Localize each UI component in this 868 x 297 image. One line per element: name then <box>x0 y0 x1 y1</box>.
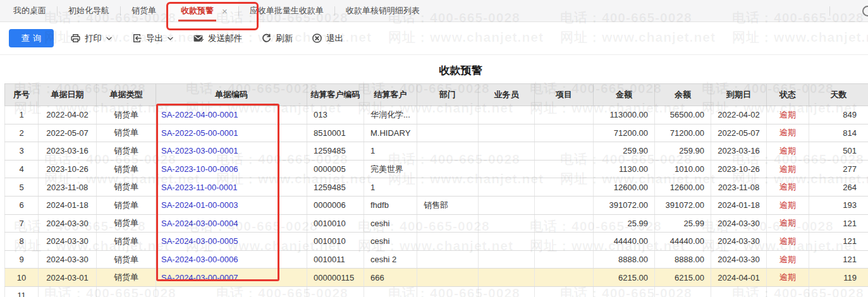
cell-doc_code: SA-2024-03-00-0007 <box>156 269 307 287</box>
table-row[interactable]: 72024-03-30销货单SA-2024-03-00-00040010010c… <box>5 214 868 233</box>
doc-code-link[interactable]: SA-2024-03-00-0007 <box>161 273 238 282</box>
close-tab-icon[interactable]: × <box>222 6 228 16</box>
cell-seq: 9 <box>5 250 39 269</box>
column-header-doc_date[interactable]: 单据日期 <box>39 84 97 106</box>
cell-doc_date: 2024-03-30 <box>39 250 97 269</box>
cell-balance: 71200.00 <box>655 124 711 142</box>
cell-salesperson <box>479 196 535 214</box>
column-header-balance[interactable]: 余额 <box>655 84 711 106</box>
cell-project <box>535 160 594 178</box>
table-row[interactable]: 11 <box>5 286 868 297</box>
refresh-button[interactable]: 刷新 <box>261 33 293 44</box>
cell-status: 逾期 <box>767 233 809 251</box>
cell-doc_date: 2023-03-16 <box>39 142 97 161</box>
doc-code-link[interactable]: SA-2023-03-00-0001 <box>161 146 238 155</box>
cell-due_date: 2022-05-07 <box>711 124 767 142</box>
table-row[interactable]: 82024-03-30销货单SA-2024-03-00-00050010010c… <box>5 233 868 251</box>
query-button[interactable]: 查询 <box>9 29 54 47</box>
tab-label: 销货单 <box>131 5 156 16</box>
cell-salesperson <box>479 269 535 287</box>
tab-receipt-writeoff-detail[interactable]: 收款单核销明细列表 <box>335 0 431 21</box>
cell-customer: 666 <box>364 269 417 287</box>
cell-project <box>535 142 594 161</box>
doc-code-link[interactable]: SA-2024-03-00-0006 <box>161 255 238 264</box>
table-row[interactable]: 22022-05-07销货单SA-2022-05-00-00018510001M… <box>5 124 868 142</box>
cell-dept <box>417 214 479 233</box>
chevron-down-icon <box>167 36 174 41</box>
tab-bar: 我的桌面初始化导航销货单收款预警×应收单批量生收款单收款单核销明细列表 <box>0 0 868 22</box>
column-header-due_date[interactable]: 到期日 <box>711 84 767 106</box>
column-header-status[interactable]: 状态 <box>767 84 809 106</box>
doc-code-link[interactable]: SA-2024-01-00-0003 <box>161 200 238 210</box>
cell-status: 逾期 <box>767 250 809 269</box>
doc-code-link[interactable]: SA-2022-05-00-0001 <box>161 128 238 138</box>
print-button[interactable]: 打印 <box>70 33 113 44</box>
cell-status: 逾期 <box>767 124 809 142</box>
column-header-project[interactable]: 项目 <box>535 84 594 106</box>
table-row[interactable]: 52023-11-08销货单SA-2023-11-00-000112594851… <box>5 178 868 197</box>
cell-doc_code: SA-2022-05-00-0001 <box>156 124 307 142</box>
cell-amount: 113000.00 <box>594 106 655 124</box>
cell-doc_code <box>156 286 307 297</box>
cell-doc_type: 销货单 <box>97 214 156 233</box>
table-row[interactable]: 32023-03-16销货单SA-2023-03-00-000112594851… <box>5 142 868 161</box>
tab-receipt-warning[interactable]: 收款预警× <box>168 0 238 21</box>
cell-doc_type: 销货单 <box>97 178 156 197</box>
cell-seq: 6 <box>5 196 39 214</box>
cell-doc_code: SA-2024-03-00-0005 <box>156 233 307 251</box>
exit-button[interactable]: 退出 <box>312 33 343 44</box>
column-header-salesperson[interactable]: 业务员 <box>479 84 535 106</box>
column-header-customer[interactable]: 结算客户 <box>364 84 417 106</box>
tab-label: 应收单批量生收款单 <box>250 5 324 16</box>
column-header-seq[interactable]: 序号 <box>5 84 39 106</box>
cell-dept <box>417 106 479 124</box>
table-row[interactable]: 12022-04-02销货单SA-2022-04-00-0001013华润化学.… <box>5 106 868 124</box>
doc-code-link[interactable]: SA-2023-10-00-0006 <box>161 164 238 174</box>
table-row[interactable]: 102024-03-01销货单SA-2024-03-00-00070000001… <box>5 269 868 287</box>
table-row[interactable]: 42023-10-26销货单SA-2023-10-00-00060000005完… <box>5 160 868 178</box>
doc-code-link[interactable]: SA-2024-03-00-0004 <box>161 219 238 228</box>
doc-code-link[interactable]: SA-2022-04-00-0001 <box>161 110 238 119</box>
cell-due_date: 2023-11-08 <box>711 178 767 197</box>
send-email-button[interactable]: 发送邮件 <box>193 33 242 44</box>
cell-customer_code: 1259485 <box>307 178 364 197</box>
column-header-days[interactable]: 天数 <box>809 84 868 106</box>
column-header-doc_type[interactable]: 单据类型 <box>97 84 156 106</box>
cell-seq: 3 <box>5 142 39 161</box>
table-row[interactable]: 92024-03-30销货单SA-2024-03-00-00060010011c… <box>5 250 868 269</box>
column-header-customer_code[interactable]: 结算客户编码 <box>307 84 364 106</box>
table-row[interactable]: 62024-01-18销货单SA-2024-01-00-00030000006f… <box>5 196 868 214</box>
cell-balance: 391072.00 <box>655 196 711 214</box>
column-header-doc_code[interactable]: 单据编码 <box>156 84 307 106</box>
cell-due_date: 2023-10-26 <box>711 160 767 178</box>
tab-my-desktop[interactable]: 我的桌面 <box>3 0 57 21</box>
tab-ar-batch-receipt[interactable]: 应收单批量生收款单 <box>239 0 334 21</box>
cell-customer_code: 0000005 <box>307 160 364 178</box>
tab-sales-order[interactable]: 销货单 <box>121 0 167 21</box>
cell-balance: 259.90 <box>655 142 711 161</box>
doc-code-link[interactable]: SA-2023-11-00-0001 <box>161 183 237 192</box>
cell-dept <box>417 160 479 178</box>
column-header-dept[interactable]: 部门 <box>417 84 479 106</box>
cell-dept <box>417 142 479 161</box>
cell-doc_date: 2024-01-18 <box>39 196 97 214</box>
doc-code-link[interactable]: SA-2024-03-00-0005 <box>161 236 238 246</box>
search-icon[interactable] <box>862 6 868 16</box>
cell-doc_type: 销货单 <box>97 124 156 142</box>
cell-doc_type: 销货单 <box>97 250 156 269</box>
status-badge: 逾期 <box>779 218 796 227</box>
cell-dept <box>417 233 479 251</box>
column-header-amount[interactable]: 金额 <box>594 84 655 106</box>
export-label: 导出 <box>146 33 163 44</box>
cell-salesperson <box>479 106 535 124</box>
cell-customer: 华润化学... <box>364 106 417 124</box>
cell-seq: 5 <box>5 178 39 197</box>
cell-amount: 71200.00 <box>594 124 655 142</box>
status-badge: 逾期 <box>779 200 796 210</box>
cell-status: 逾期 <box>767 214 809 233</box>
export-button[interactable]: 导出 <box>131 33 174 44</box>
tab-init-navigation[interactable]: 初始化导航 <box>58 0 120 21</box>
cell-customer: ceshi <box>364 214 417 233</box>
cell-due_date <box>711 286 767 297</box>
cell-doc_code: SA-2024-03-00-0006 <box>156 250 307 269</box>
